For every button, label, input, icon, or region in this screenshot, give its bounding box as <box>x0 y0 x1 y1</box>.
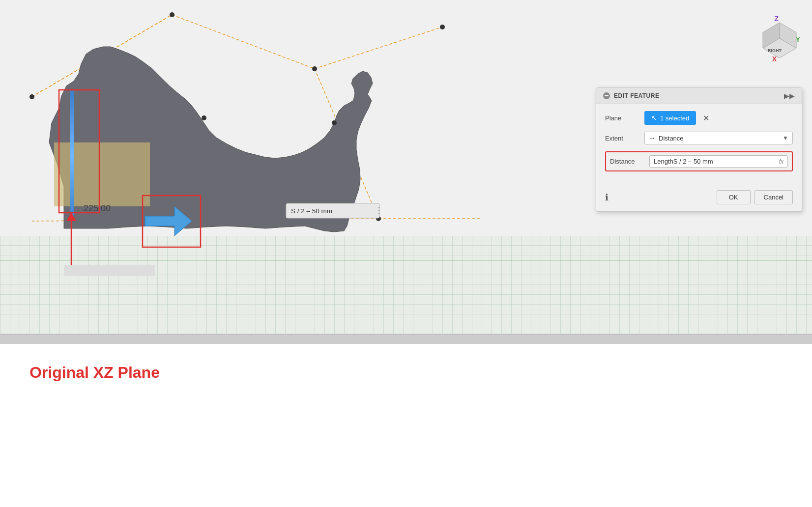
dashed-line-5 <box>315 27 442 69</box>
slot-rect <box>64 265 155 276</box>
dashed-line-2 <box>172 15 315 69</box>
sketch-plane-rect <box>54 142 150 206</box>
extent-label: Extent <box>605 135 639 142</box>
distance-value: LengthS / 2 – 50 mm <box>654 158 776 165</box>
annotation-label-container: Original XZ Plane <box>29 364 160 382</box>
cancel-button[interactable]: Cancel <box>754 190 793 204</box>
extent-value: Distance <box>659 135 780 142</box>
ctrl-dot-3 <box>312 66 317 71</box>
ctrl-dot-5 <box>202 115 206 120</box>
distance-label: Distance <box>610 158 644 165</box>
panel-body: Plane ↖ 1 selected ✕ Extent ↔ Distance ▼… <box>596 104 802 185</box>
extent-row: Extent ↔ Distance ▼ <box>605 132 793 144</box>
panel-header: EDIT FEATURE ▶▶ <box>596 88 802 104</box>
distance-input-wrap[interactable]: LengthS / 2 – 50 mm fx <box>649 155 788 168</box>
distance-row: Distance LengthS / 2 – 50 mm fx <box>605 151 793 171</box>
formula-badge-dots: ⋮ <box>375 205 383 215</box>
panel-header-right: ▶▶ <box>784 92 795 100</box>
extent-distance-icon: ↔ <box>649 134 656 142</box>
ctrl-dot-7 <box>440 25 445 29</box>
panel-title: EDIT FEATURE <box>614 92 659 99</box>
annotation-label: Original XZ Plane <box>29 364 160 381</box>
bottom-area: Original XZ Plane <box>0 344 812 507</box>
panel-header-left: EDIT FEATURE <box>603 92 659 99</box>
formula-badge-text: S / 2 – 50 mm <box>291 207 332 215</box>
svg-text:RIGHT: RIGHT <box>768 48 782 53</box>
plane-label: Plane <box>605 114 639 122</box>
3d-viewport: 225.00 S / 2 – 50 mm ⋮ Z Y X RIGHT <box>0 0 812 344</box>
ctrl-dot-1 <box>29 94 34 99</box>
cursor-icon: ↖ <box>651 114 657 122</box>
dropdown-arrow-icon: ▼ <box>783 135 788 141</box>
plane-clear-button[interactable]: ✕ <box>701 113 711 123</box>
ctrl-dot-6 <box>332 120 337 125</box>
axis-cube-svg: RIGHT <box>758 19 801 58</box>
edit-feature-panel: EDIT FEATURE ▶▶ Plane ↖ 1 selected ✕ Ext… <box>596 87 802 212</box>
blue-axis-bar <box>70 91 74 221</box>
info-button[interactable]: ℹ <box>605 192 609 203</box>
dimension-label: 225.00 <box>84 203 111 213</box>
ruler <box>0 334 812 344</box>
fast-forward-button[interactable]: ▶▶ <box>784 92 795 100</box>
plane-value: 1 selected <box>660 114 689 122</box>
plane-selector-button[interactable]: ↖ 1 selected <box>644 111 696 125</box>
plane-row: Plane ↖ 1 selected ✕ <box>605 111 793 125</box>
ok-button[interactable]: OK <box>717 190 751 204</box>
ruler-svg <box>0 334 812 344</box>
minus-icon <box>603 92 610 99</box>
axis-indicator: Z Y X RIGHT <box>753 10 802 69</box>
svg-rect-4 <box>0 334 812 344</box>
fx-button[interactable]: fx <box>779 158 783 165</box>
panel-footer: ℹ OK Cancel <box>596 185 802 211</box>
extent-dropdown[interactable]: ↔ Distance ▼ <box>644 132 793 144</box>
ctrl-dot-2 <box>170 12 174 17</box>
